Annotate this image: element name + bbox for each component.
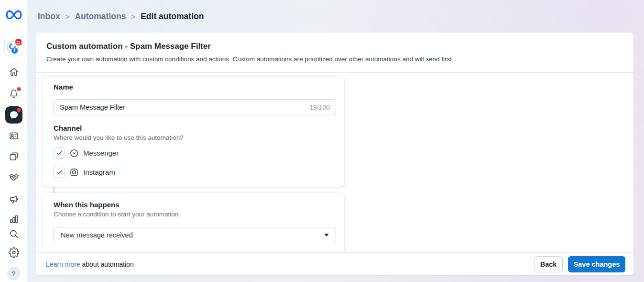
learn-more-suffix: about automation (80, 260, 134, 268)
sidebar-item-settings[interactable] (8, 247, 19, 258)
sidebar-item-content[interactable] (8, 151, 19, 162)
character-counter: 19/100 (309, 103, 330, 111)
sidebar-item-home[interactable] (8, 67, 19, 78)
sidebar-item-monetization[interactable] (8, 172, 19, 183)
messenger-checkbox[interactable] (54, 147, 65, 159)
card-footer: Learn more about automation Back Save ch… (36, 252, 633, 275)
facebook-badge-icon: f (11, 47, 18, 54)
gear-icon (8, 247, 19, 258)
channel-option-instagram[interactable]: Instagram (54, 166, 336, 178)
panel-connector-line (54, 187, 55, 193)
checkmark-icon (56, 149, 63, 157)
card-body: Name 19/100 Channel Where would you like… (36, 73, 633, 252)
contact-card-icon (8, 130, 19, 141)
trigger-description: Choose a condition to start your automat… (54, 211, 336, 218)
sidebar-item-help[interactable]: ? (7, 267, 21, 280)
breadcrumb-current-page: Edit automation (141, 11, 204, 22)
automation-name-input[interactable] (60, 103, 305, 111)
notification-dot (17, 87, 21, 91)
sidebar-item-ads[interactable] (8, 193, 19, 204)
learn-more-text: Learn more about automation (46, 260, 134, 268)
automation-name-field[interactable]: 19/100 (54, 99, 336, 115)
messenger-icon (69, 148, 79, 158)
handshake-icon (8, 172, 19, 183)
breadcrumb-inbox[interactable]: Inbox (38, 11, 60, 22)
search-icon (8, 228, 19, 239)
page-description: Create your own automation with custom c… (46, 56, 623, 63)
back-button[interactable]: Back (534, 256, 563, 272)
sidebar-item-insights[interactable] (8, 214, 19, 225)
sidebar-item-notifications[interactable] (8, 88, 19, 99)
main-area: Inbox > Automations > Edit automation Cu… (27, 0, 644, 282)
content-pages-icon (8, 151, 19, 162)
edit-automation-card: Custom automation - Spam Message Filter … (36, 33, 633, 275)
name-channel-panel: Name 19/100 Channel Where would you like… (43, 77, 344, 187)
condition-dropdown-value: New message received (61, 231, 133, 239)
save-changes-button[interactable]: Save changes (568, 256, 625, 272)
business-avatar[interactable]: f (4, 37, 23, 56)
sidebar-item-search[interactable] (8, 228, 19, 239)
page-title: Custom automation - Spam Message Filter (46, 42, 623, 51)
meta-infinity-icon (6, 10, 22, 20)
breadcrumb-automations[interactable]: Automations (75, 11, 126, 22)
instagram-label: Instagram (83, 168, 115, 176)
channel-question: Where would you like to use this automat… (54, 134, 336, 141)
inbox-unread-dot (17, 108, 21, 112)
home-icon (8, 67, 19, 78)
card-header: Custom automation - Spam Message Filter … (36, 33, 633, 73)
instagram-badge-icon (15, 39, 22, 45)
sidebar-item-contacts[interactable] (8, 130, 19, 141)
channel-option-messenger[interactable]: Messenger (54, 147, 336, 159)
learn-more-link[interactable]: Learn more (46, 260, 80, 268)
messenger-label: Messenger (83, 149, 119, 157)
name-label: Name (54, 83, 336, 91)
trigger-label: When this happens (54, 201, 336, 209)
instagram-checkbox[interactable] (54, 167, 65, 178)
meta-logo[interactable] (6, 10, 22, 20)
bar-chart-icon (8, 214, 19, 225)
breadcrumb-separator: > (131, 12, 135, 21)
breadcrumb-separator: > (65, 12, 70, 21)
channel-label: Channel (54, 124, 336, 132)
sidebar: f (0, 0, 27, 282)
checkmark-icon (56, 169, 63, 176)
condition-dropdown[interactable]: New message received (54, 227, 336, 243)
sidebar-item-inbox-active[interactable] (5, 106, 22, 124)
megaphone-icon (8, 193, 19, 204)
question-mark-icon: ? (11, 270, 15, 278)
breadcrumb: Inbox > Automations > Edit automation (27, 0, 644, 33)
trigger-panel: When this happens Choose a condition to … (43, 193, 344, 252)
chevron-down-icon (324, 234, 329, 237)
instagram-icon (69, 168, 79, 177)
